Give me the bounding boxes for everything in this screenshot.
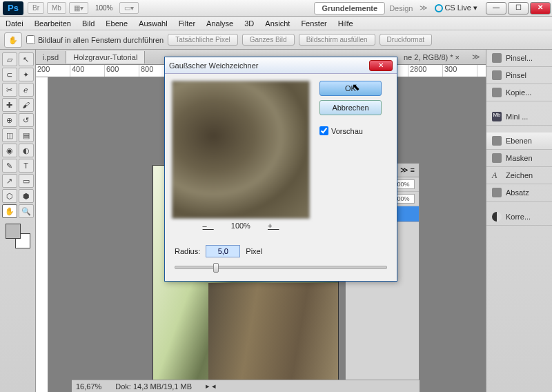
zoom-tool[interactable]: 🔍 bbox=[19, 204, 34, 218]
app-logo: Ps bbox=[3, 1, 23, 15]
wand-tool[interactable]: ✦ bbox=[19, 68, 34, 81]
panel-dock: Pinsel... Pinsel Kopie... MbMini ... Ebe… bbox=[486, 50, 552, 392]
dialog-title: Gaußscher Weichzeichner bbox=[169, 61, 258, 70]
fit-screen-button[interactable]: Ganzes Bild bbox=[242, 34, 295, 46]
menu-ansicht[interactable]: Ansicht bbox=[265, 19, 290, 28]
maximize-button[interactable]: ☐ bbox=[508, 2, 529, 14]
workspace-grundelemente[interactable]: Grundelemente bbox=[314, 2, 385, 14]
path-tool[interactable]: ↗ bbox=[2, 174, 17, 188]
panel-ebenen[interactable]: Ebenen bbox=[486, 133, 552, 150]
menubar: Datei Bearbeiten Bild Ebene Auswahl Filt… bbox=[0, 17, 552, 30]
stamp-tool[interactable]: ⊕ bbox=[2, 113, 17, 127]
shape-tool[interactable]: ▭ bbox=[19, 174, 34, 188]
panel-pinselvorgaben[interactable]: Pinsel... bbox=[486, 50, 552, 67]
close-button[interactable]: ✕ bbox=[530, 2, 551, 14]
panel-masken[interactable]: Masken bbox=[486, 150, 552, 167]
menu-filter[interactable]: Filter bbox=[179, 19, 195, 28]
history-tool[interactable]: ↺ bbox=[19, 113, 34, 127]
panel-absatz[interactable]: Absatz bbox=[486, 184, 552, 202]
status-zoom[interactable]: 16,67% bbox=[76, 382, 101, 391]
type-tool[interactable]: T bbox=[19, 159, 34, 173]
panel-pinsel[interactable]: Pinsel bbox=[486, 67, 552, 84]
preview-checkbox[interactable]: Vorschau bbox=[319, 126, 382, 135]
heal-tool[interactable]: ✚ bbox=[2, 98, 17, 112]
ok-button[interactable]: OK bbox=[319, 81, 382, 96]
scroll-all-checkbox[interactable]: Bildlauf in allen Fenstern durchführen bbox=[26, 35, 164, 44]
fill-screen-button[interactable]: Bildschirm ausfüllen bbox=[299, 34, 375, 46]
bridge-button[interactable]: Br bbox=[28, 2, 44, 14]
zoom-level[interactable]: 100% bbox=[95, 4, 113, 12]
3d-tool[interactable]: ⬡ bbox=[2, 189, 17, 203]
dialog-close-button[interactable]: ✕ bbox=[369, 60, 393, 71]
radius-label: Radius: bbox=[175, 247, 200, 255]
crop-tool[interactable]: ✂ bbox=[2, 83, 17, 97]
menu-ebene[interactable]: Ebene bbox=[106, 19, 128, 28]
doc-tab-1[interactable]: i.psd bbox=[36, 51, 66, 63]
menu-3d[interactable]: 3D bbox=[244, 19, 254, 28]
menu-fenster[interactable]: Fenster bbox=[301, 19, 326, 28]
status-docsize: Dok: 14,3 MB/19,1 MB bbox=[115, 382, 192, 391]
3d-cam-tool[interactable]: ⬢ bbox=[19, 189, 34, 203]
filter-preview[interactable] bbox=[172, 81, 310, 219]
toolbox: ▱↖ ⊂✦ ✂ℯ ✚🖌 ⊕↺ ◫▤ ◉◐ ✎T ↗▭ ⬡⬢ ✋🔍 bbox=[0, 50, 36, 392]
menu-datei[interactable]: Datei bbox=[6, 19, 23, 28]
menu-bearbeiten[interactable]: Bearbeiten bbox=[34, 19, 71, 28]
minimize-button[interactable]: — bbox=[486, 2, 506, 14]
move-tool[interactable]: ▱ bbox=[2, 52, 17, 66]
hand-tool-icon[interactable]: ✋ bbox=[4, 32, 22, 48]
panel-zeichen[interactable]: AZeichen bbox=[486, 167, 552, 184]
lasso-tool[interactable]: ⊂ bbox=[2, 68, 17, 81]
eyedropper-tool[interactable]: ℯ bbox=[19, 83, 34, 97]
workspace-more[interactable]: ≫ bbox=[420, 3, 428, 12]
radius-input[interactable] bbox=[206, 245, 240, 257]
gaussian-blur-dialog: Gaußscher Weichzeichner ✕ – 100% + OK Ab… bbox=[164, 57, 397, 282]
panel-kopie[interactable]: Kopie... bbox=[486, 84, 552, 101]
eraser-tool[interactable]: ◫ bbox=[2, 128, 17, 142]
dodge-tool[interactable]: ◐ bbox=[19, 144, 34, 157]
ruler-vertical bbox=[36, 77, 48, 392]
cslive-button[interactable]: CS Live ▾ bbox=[435, 3, 477, 12]
menu-analyse[interactable]: Analyse bbox=[206, 19, 233, 28]
pen-tool[interactable]: ✎ bbox=[2, 159, 17, 173]
menu-bild[interactable]: Bild bbox=[82, 19, 95, 28]
gradient-tool[interactable]: ▤ bbox=[19, 128, 34, 142]
preview-zoom: 100% bbox=[231, 222, 250, 230]
workspace-design[interactable]: Design bbox=[389, 4, 413, 12]
menu-hilfe[interactable]: Hilfe bbox=[338, 19, 353, 28]
menu-auswahl[interactable]: Auswahl bbox=[139, 19, 168, 28]
screen-mode-button[interactable]: ▭▾ bbox=[119, 2, 139, 14]
minibridge-button[interactable]: Mb bbox=[47, 2, 66, 14]
doc-tab-2[interactable]: Holzgravur-Tutorial bbox=[66, 51, 145, 63]
doc-tab-3[interactable]: ne 2, RGB/8) * × bbox=[397, 51, 466, 63]
radius-slider[interactable] bbox=[175, 266, 387, 269]
arrange-button[interactable]: ▦▾ bbox=[69, 2, 88, 14]
cancel-button[interactable]: Abbrechen bbox=[319, 100, 382, 115]
select-tool[interactable]: ↖ bbox=[19, 52, 34, 66]
panel-korrekturen[interactable]: Korre... bbox=[486, 208, 552, 226]
zoom-out-button[interactable]: – bbox=[203, 222, 214, 230]
hand-tool[interactable]: ✋ bbox=[2, 204, 17, 218]
blur-tool[interactable]: ◉ bbox=[2, 144, 17, 157]
zoom-in-button[interactable]: + bbox=[268, 222, 279, 230]
brush-tool[interactable]: 🖌 bbox=[19, 98, 34, 112]
actual-pixels-button[interactable]: Tatsächliche Pixel bbox=[168, 34, 237, 46]
print-size-button[interactable]: Druckformat bbox=[379, 34, 432, 46]
tab-overflow[interactable]: ≫ bbox=[466, 50, 486, 63]
color-swatch[interactable] bbox=[6, 224, 30, 248]
panel-minibridge[interactable]: MbMini ... bbox=[486, 108, 552, 126]
slider-thumb[interactable] bbox=[213, 263, 219, 273]
radius-unit: Pixel bbox=[246, 247, 262, 255]
